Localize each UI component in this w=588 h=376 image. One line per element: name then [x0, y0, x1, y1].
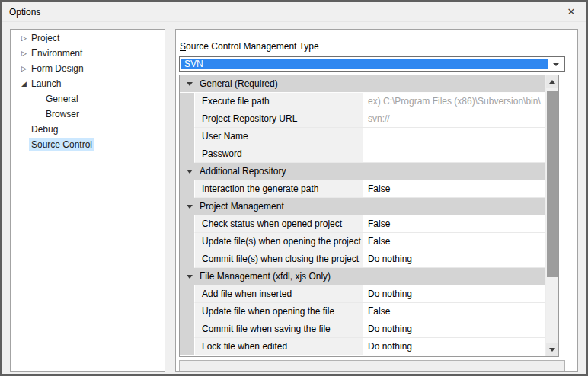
section-title: Project Management: [200, 201, 284, 212]
collapse-icon[interactable]: [187, 170, 193, 174]
sidebar-item-label: Source Control: [29, 138, 94, 151]
section-header[interactable]: File Management (xfdl, xjs Only): [180, 268, 545, 285]
chevron-collapsed-icon[interactable]: ▷: [19, 61, 29, 76]
property-row: Password: [180, 145, 545, 163]
sidebar-item-general[interactable]: General: [11, 91, 165, 107]
property-row: Execute file pathex) C:\Program Files (x…: [180, 93, 545, 110]
scroll-up-icon: [549, 80, 555, 84]
collapse-icon[interactable]: [187, 82, 193, 86]
section-title: Additional Repository: [200, 166, 286, 177]
row-gutter: [180, 233, 194, 250]
row-gutter: [180, 250, 194, 268]
property-label: Interaction the generate path: [194, 180, 363, 198]
property-value-field[interactable]: Do nothing: [363, 338, 545, 355]
property-label: Update file when opening the file: [194, 303, 363, 320]
row-gutter: [180, 320, 194, 338]
row-gutter: [180, 215, 194, 233]
property-value-field[interactable]: [363, 145, 545, 163]
property-value-field[interactable]: [363, 128, 545, 145]
property-row: Lock file when editedDo nothing: [180, 338, 545, 355]
chevron-expanded-icon[interactable]: ◢: [19, 76, 29, 91]
sidebar-item-environment[interactable]: ▷Environment: [11, 46, 165, 61]
section-header[interactable]: Project Management: [180, 198, 545, 215]
chevron-collapsed-icon[interactable]: ▷: [19, 30, 29, 46]
sidebar-item-label: Environment: [29, 46, 85, 60]
scm-type-label: Source Control Management Type: [180, 41, 319, 52]
scroll-down-button[interactable]: [546, 343, 558, 356]
sidebar-item-browser[interactable]: Browser: [11, 107, 165, 122]
description-box: [179, 360, 565, 372]
scm-type-combobox[interactable]: SVN: [179, 56, 565, 72]
property-value-field[interactable]: False: [363, 215, 545, 233]
property-value-field[interactable]: Do nothing: [363, 250, 545, 268]
sidebar-item-label: Browser: [43, 107, 81, 121]
sidebar-item-project[interactable]: ▷Project: [11, 30, 165, 46]
row-gutter: [180, 128, 194, 145]
section-title: General (Required): [200, 78, 278, 89]
property-row: Update file when opening the fileFalse: [180, 303, 545, 320]
scrollbar-thumb[interactable]: [547, 91, 558, 277]
property-row: Interaction the generate pathFalse: [180, 180, 545, 198]
row-gutter: [180, 110, 194, 128]
property-row: Check status when opened projectFalse: [180, 215, 545, 233]
property-row: Commit file(s) when closing the projectD…: [180, 250, 545, 268]
collapse-icon[interactable]: [187, 205, 193, 209]
sidebar-item-label: Form Design: [29, 62, 86, 75]
property-label: User Name: [194, 128, 363, 145]
property-label: Execute file path: [194, 93, 363, 110]
settings-tree: ▷Project▷Environment▷Form Design◢LaunchG…: [10, 29, 165, 372]
sidebar-item-debug[interactable]: Debug: [11, 122, 165, 137]
row-gutter: [180, 93, 194, 110]
title-bar: Options ✕: [2, 2, 586, 22]
property-label: Commit file when saving the file: [194, 320, 363, 338]
sidebar-item-label: Launch: [29, 77, 63, 91]
row-gutter: [180, 303, 194, 320]
property-row: Add file when insertedDo nothing: [180, 285, 545, 303]
property-value-field[interactable]: Do nothing: [363, 285, 545, 303]
property-value-field[interactable]: False: [363, 303, 545, 320]
row-gutter: [180, 338, 194, 355]
sidebar-item-label: Project: [29, 31, 62, 45]
property-grid: General (Required)Execute file pathex) C…: [179, 75, 559, 357]
close-button[interactable]: ✕: [561, 2, 582, 21]
sidebar-item-label: Debug: [29, 123, 60, 136]
property-row: Project Repository URLsvn://: [180, 110, 545, 128]
row-gutter: [180, 180, 194, 198]
vertical-scrollbar[interactable]: [545, 75, 558, 356]
section-header[interactable]: Additional Repository: [180, 163, 545, 180]
close-icon: ✕: [567, 6, 576, 18]
property-value-field[interactable]: svn://: [363, 110, 545, 128]
sidebar-item-form-design[interactable]: ▷Form Design: [11, 61, 165, 76]
sidebar-item-source-control[interactable]: Source Control: [11, 137, 165, 152]
combobox-selected-value: SVN: [181, 59, 548, 69]
property-label: Check status when opened project: [194, 215, 363, 233]
sidebar-item-label: General: [43, 92, 81, 106]
property-value-field[interactable]: Do nothing: [363, 320, 545, 338]
property-label: Project Repository URL: [194, 110, 363, 128]
chevron-collapsed-icon[interactable]: ▷: [19, 46, 29, 61]
collapse-icon[interactable]: [187, 275, 193, 279]
property-label: Password: [194, 145, 363, 163]
property-label: Commit file(s) when closing the project: [194, 250, 363, 268]
section-header[interactable]: General (Required): [180, 75, 545, 93]
property-row: Update file(s) when opening the projectF…: [180, 233, 545, 250]
property-value-field[interactable]: ex) C:\Program Files (x86)\Subversion\bi…: [363, 93, 545, 110]
chevron-down-icon: [553, 63, 559, 66]
row-gutter: [180, 285, 194, 303]
section-title: File Management (xfdl, xjs Only): [200, 271, 331, 282]
window-title: Options: [9, 7, 40, 18]
row-gutter: [180, 145, 194, 163]
property-value-field[interactable]: False: [363, 180, 545, 198]
scroll-down-icon: [549, 348, 555, 352]
property-row: Commit file when saving the fileDo nothi…: [180, 320, 545, 338]
property-label: Add file when inserted: [194, 285, 363, 303]
property-value-field[interactable]: False: [363, 233, 545, 250]
scroll-up-button[interactable]: [546, 75, 558, 88]
source-control-panel: Source Control Management Type SVN Gener…: [175, 29, 578, 372]
property-label: Update file(s) when opening the project: [194, 233, 363, 250]
options-dialog: Options ✕ ▷Project▷Environment▷Form Desi…: [0, 0, 588, 376]
property-label: Lock file when edited: [194, 338, 363, 355]
sidebar-item-launch[interactable]: ◢Launch: [11, 76, 165, 91]
property-row: User Name: [180, 128, 545, 145]
